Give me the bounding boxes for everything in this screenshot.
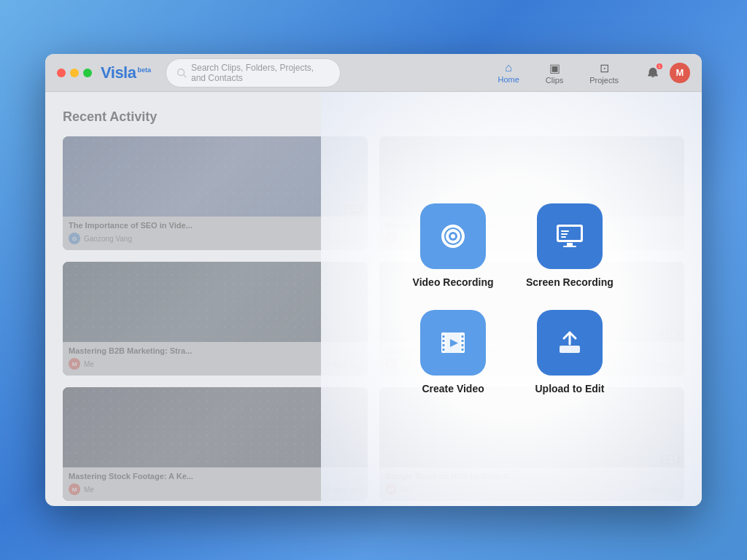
overlay-panel: Video Recording [321,92,702,506]
upload-icon [552,325,587,360]
video-recording-action[interactable]: Video Recording [409,203,497,288]
video-meta: M Me 3 days ago [69,358,362,370]
screen-recording-label: Screen Recording [526,276,614,288]
avatar: M [69,483,80,495]
upload-to-edit-icon-box [537,310,603,376]
projects-icon: ⊡ [600,61,609,75]
logo-text: Visla [101,63,136,82]
video-title: Mastering B2B Marketing: Stra... [69,346,362,355]
main-content: Recent Activity 1:43 The Importance of S… [45,92,702,506]
video-meta: G Gaozong Vang 2 days ago [69,233,362,244]
upload-to-edit-action[interactable]: Upload to Edit [526,310,614,394]
svg-rect-20 [462,335,464,338]
svg-rect-18 [443,344,445,346]
search-bar[interactable]: Search Clips, Folders, Projects, and Con… [166,58,341,88]
svg-rect-21 [462,340,464,342]
close-button[interactable] [57,69,66,77]
video-author: Gaozong Vang [84,235,132,243]
video-recording-icon-box [420,203,486,269]
tab-clips-label: Clips [546,76,563,85]
clips-icon: ▣ [549,61,560,75]
create-video-action[interactable]: Create Video [409,310,497,394]
screen-recording-action[interactable]: Screen Recording [526,203,614,288]
tab-projects-label: Projects [589,76,619,85]
nav-tabs: ⌂ Home ▣ Clips ⊡ Projects [486,58,630,88]
svg-rect-7 [567,243,573,246]
action-grid: Video Recording [395,189,628,409]
tab-home[interactable]: ⌂ Home [486,58,530,87]
svg-rect-17 [443,340,445,342]
maximize-button[interactable] [83,69,92,77]
film-icon [436,325,471,360]
video-recording-label: Video Recording [413,276,494,288]
header-actions: 1 M [642,62,690,84]
svg-rect-25 [560,346,580,353]
video-author: Me [84,486,94,494]
svg-rect-8 [563,246,576,247]
tab-clips[interactable]: ▣ Clips [534,58,575,88]
video-title: Mastering Stock Footage: A Ke... [69,472,362,481]
notification-badge: 1 [657,63,662,69]
home-icon: ⌂ [505,61,512,74]
tab-projects[interactable]: ⊡ Projects [578,58,630,88]
user-avatar[interactable]: M [670,63,690,83]
notification-button[interactable]: 1 [642,62,664,84]
video-title: The Importance of SEO in Vide... [69,221,362,230]
tab-home-label: Home [498,75,519,84]
svg-rect-16 [443,335,445,338]
app-window: Visla beta Search Clips, Folders, Projec… [45,54,702,506]
titlebar: Visla beta Search Clips, Folders, Projec… [45,54,702,92]
logo-badge: beta [137,66,151,74]
search-placeholder: Search Clips, Folders, Projects, and Con… [191,63,330,83]
svg-rect-23 [462,349,464,351]
video-meta: M Me 16 days ago [69,483,362,495]
avatar: M [69,358,80,370]
svg-point-4 [451,234,455,238]
svg-rect-19 [443,349,445,351]
svg-line-1 [184,74,186,77]
screen-recording-icon-box [537,203,603,269]
create-video-icon-box [420,310,486,376]
video-author: Me [84,360,94,368]
camera-icon [436,219,471,254]
avatar: G [69,233,80,244]
search-icon [177,68,187,78]
minimize-button[interactable] [70,69,79,77]
upload-to-edit-label: Upload to Edit [535,383,604,394]
svg-rect-22 [462,344,464,346]
create-video-label: Create Video [422,383,484,394]
traffic-lights [57,69,92,77]
monitor-icon [552,219,587,254]
logo: Visla beta [101,63,151,82]
